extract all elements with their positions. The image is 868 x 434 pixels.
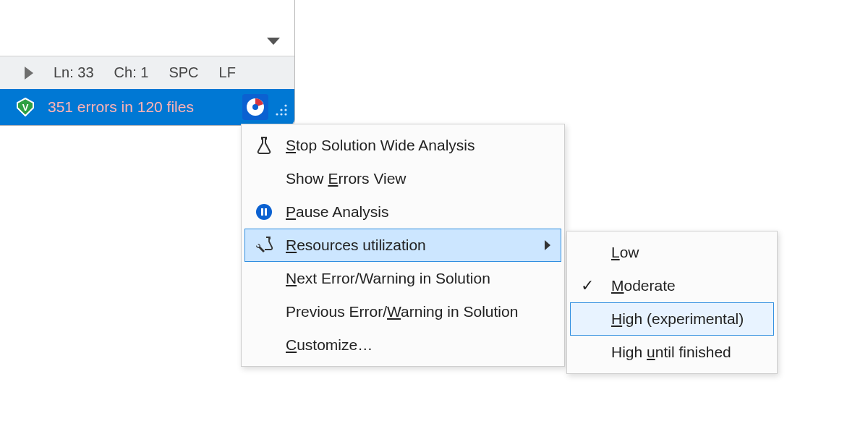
menu-stop-analysis[interactable]: Stop Solution Wide Analysis xyxy=(244,129,561,162)
status-bar: V 351 errors in 120 files xyxy=(0,89,294,125)
analysis-context-menu: Stop Solution Wide Analysis Show Errors … xyxy=(241,124,565,367)
menu-label: Previous Error/Warning in Solution xyxy=(286,303,550,320)
indent-indicator[interactable]: SPC xyxy=(169,64,198,81)
menu-label: Pause Analysis xyxy=(286,203,550,221)
resize-grip-icon[interactable] xyxy=(274,103,289,121)
error-summary[interactable]: 351 errors in 120 files xyxy=(48,98,194,116)
menu-show-errors[interactable]: Show Errors View xyxy=(244,162,561,195)
svg-text:V: V xyxy=(22,102,29,113)
flask-icon xyxy=(254,135,274,156)
menu-label: Customize… xyxy=(286,336,550,354)
menu-next-error[interactable]: Next Error/Warning in Solution xyxy=(244,262,561,295)
svg-rect-11 xyxy=(261,208,263,216)
editor-area xyxy=(0,0,294,56)
svg-point-7 xyxy=(276,113,278,115)
menu-label: Resources utilization xyxy=(286,237,545,254)
analysis-indicator-icon[interactable] xyxy=(242,94,268,120)
submenu-arrow-icon xyxy=(545,240,550,250)
play-icon[interactable] xyxy=(25,67,33,80)
pause-icon xyxy=(254,202,274,222)
ide-window: Ln: 33 Ch: 1 SPC LF V 351 errors in 120 … xyxy=(0,0,295,126)
editor-info-strip: Ln: 33 Ch: 1 SPC LF xyxy=(0,56,294,89)
dropdown-arrow-icon[interactable] xyxy=(267,38,280,45)
menu-label: Low xyxy=(611,244,763,261)
menu-label: Next Error/Warning in Solution xyxy=(286,270,550,287)
submenu-high[interactable]: High (experimental) xyxy=(570,302,774,336)
svg-point-3 xyxy=(252,104,258,110)
menu-previous-error[interactable]: Previous Error/Warning in Solution xyxy=(244,295,561,328)
submenu-low[interactable]: Low xyxy=(570,236,774,269)
svg-point-6 xyxy=(284,109,286,111)
menu-customize[interactable]: Customize… xyxy=(244,328,561,362)
submenu-moderate[interactable]: ✓ Moderate xyxy=(570,269,774,302)
svg-point-9 xyxy=(284,113,286,115)
menu-resources-utilization[interactable]: Resources utilization xyxy=(244,229,561,262)
svg-point-8 xyxy=(280,113,282,115)
line-indicator[interactable]: Ln: 33 xyxy=(54,64,94,81)
menu-pause-analysis[interactable]: Pause Analysis xyxy=(244,195,561,229)
svg-point-4 xyxy=(284,104,286,106)
vim-shield-icon[interactable]: V xyxy=(16,98,35,116)
menu-label: High (experimental) xyxy=(611,310,763,328)
eol-indicator[interactable]: LF xyxy=(219,64,236,81)
flask-wrench-icon xyxy=(254,235,274,255)
menu-label: Stop Solution Wide Analysis xyxy=(286,137,550,154)
resources-submenu: Low ✓ Moderate High (experimental) High … xyxy=(566,231,778,374)
menu-label: Show Errors View xyxy=(286,170,550,187)
svg-rect-12 xyxy=(265,208,267,216)
svg-point-5 xyxy=(280,109,282,111)
submenu-high-until-finished[interactable]: High until finished xyxy=(570,336,774,369)
checkmark-icon: ✓ xyxy=(581,276,594,295)
char-indicator[interactable]: Ch: 1 xyxy=(114,64,149,81)
svg-point-10 xyxy=(256,204,272,220)
menu-label: Moderate xyxy=(611,277,763,294)
menu-label: High until finished xyxy=(611,344,763,361)
